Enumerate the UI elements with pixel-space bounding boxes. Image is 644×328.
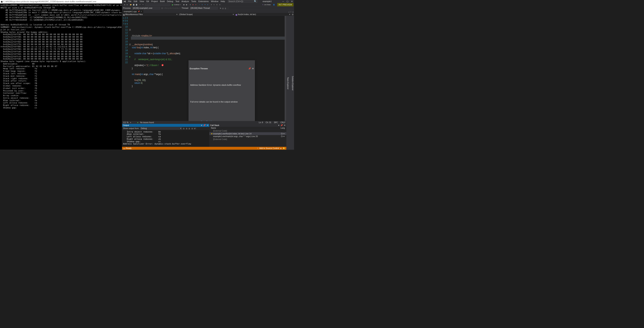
source-control-up-icon[interactable]: ↑ <box>257 147 258 149</box>
open-file-icon[interactable]: 📂 <box>130 4 132 6</box>
show-next-stmt-icon[interactable]: → <box>198 4 200 6</box>
minimize-button[interactable]: ─ <box>281 0 285 3</box>
tb-icon-2[interactable]: ▦ <box>186 4 188 6</box>
maximize-button[interactable]: ▢ <box>285 0 290 3</box>
flag-icon[interactable]: ⚑ <box>220 7 221 9</box>
tab-example1-cpp[interactable]: example1.cpp 📌 ✕ <box>122 10 143 13</box>
callstack-row[interactable]: [External Code] <box>209 138 286 141</box>
tb-icon-c[interactable]: ⎘ <box>216 4 218 6</box>
tb-icon-a[interactable]: ↺ <box>210 4 212 6</box>
stack-icon[interactable]: ≣ <box>222 7 224 9</box>
thread-combo[interactable]: [35160] Main Thread <box>190 7 218 9</box>
menu-extensions[interactable]: Extensions <box>198 0 210 3</box>
output-body[interactable]: Intra object redzone: bb ASan internal: … <box>122 130 209 147</box>
close-icon[interactable]: ✕ <box>284 124 286 126</box>
output-ic3[interactable]: ≣ <box>188 127 190 129</box>
tb-icon-1[interactable]: ▦ <box>183 4 185 6</box>
nav-back-icon[interactable]: ◄ <box>124 4 126 6</box>
exception-title: Exception Thrown <box>190 67 208 70</box>
live-share-label[interactable]: Live Share <box>264 4 271 5</box>
chevron-down-icon[interactable]: ▾ <box>278 124 279 126</box>
fullscreen-icon[interactable]: ⛶ <box>290 11 292 13</box>
stack-icon-2[interactable]: ≣ <box>224 7 226 9</box>
close-icon[interactable]: ✕ <box>141 10 142 12</box>
live-share-icon[interactable]: ⇪ <box>262 4 263 5</box>
menu-tools[interactable]: Tools <box>190 0 197 3</box>
search-input[interactable]: Search (Ctrl+Q) 🔍 <box>228 0 258 3</box>
menu-git[interactable]: Git <box>145 0 150 3</box>
word-wrap-icon[interactable]: ↩ <box>194 127 196 129</box>
callstack-row[interactable]: [External Code] <box>209 129 286 132</box>
gear-icon[interactable]: ⚙ <box>292 11 294 13</box>
col-name[interactable]: Name <box>211 127 216 129</box>
solution-explorer-tab[interactable]: Solution Explorer <box>291 75 294 91</box>
zoom-level[interactable]: 111 % <box>123 121 128 123</box>
stack-icon-3[interactable]: ⋮ <box>227 7 228 9</box>
menu-help[interactable]: Help <box>220 0 226 3</box>
close-button[interactable]: ✕ <box>290 0 294 3</box>
tab-dropdown-icon[interactable]: ▾ <box>288 11 289 13</box>
console-titlebar[interactable]: C:\ C:\MSDN\cpp-docs-pr\docs\c-language\… <box>0 0 122 3</box>
chevron-down-icon[interactable]: ▾ <box>201 124 202 126</box>
step-out-icon[interactable]: ↥ <box>207 4 209 6</box>
output-ic4[interactable]: ≣ <box>191 127 193 129</box>
continue-button[interactable]: ▶ Continue ▾ <box>171 3 181 6</box>
callstack-row[interactable]: ➤ example1.exe!foo(int index, int len) L… <box>209 132 286 135</box>
break-all-icon[interactable]: ⏸ <box>189 4 191 6</box>
add-source-control[interactable]: Add to Source Control <box>259 147 279 149</box>
stop-debug-icon[interactable]: ■ <box>192 4 194 6</box>
nav-forward-icon[interactable]: ► <box>126 4 128 6</box>
pin-icon[interactable]: 📌 <box>203 124 206 126</box>
redo-icon[interactable]: ↷ <box>142 4 144 6</box>
menu-test[interactable]: Test <box>174 0 180 3</box>
menu-build[interactable]: Build <box>159 0 166 3</box>
undo-icon[interactable]: ↶ <box>139 4 141 6</box>
restart-icon[interactable]: ⟳ <box>195 4 197 6</box>
menu-debug[interactable]: Debug <box>166 0 174 3</box>
output-ic2[interactable]: ≣ <box>186 127 188 129</box>
feedback-icon[interactable]: 👤 <box>273 4 275 5</box>
menu-file[interactable]: File <box>127 0 132 3</box>
split-icon[interactable]: ⊞ <box>291 13 294 15</box>
code-editor[interactable]: 1 2 3 4 5 6 7 8 9 10 11 12 13 14 15 16 1… <box>122 16 286 121</box>
lifecycle-events: ▦ Lifecycle Events ▾ <box>161 7 180 9</box>
tb-icon-b[interactable]: ⎋ <box>213 4 215 6</box>
notifications-icon[interactable]: 🔔 <box>283 147 285 149</box>
close-icon[interactable]: ✕ <box>207 124 208 126</box>
copy-details-link[interactable]: Copy Details <box>201 120 212 121</box>
chevron-down-icon: ▾ <box>233 13 234 15</box>
tb-icon-d[interactable]: ⎙ <box>218 4 221 6</box>
menu-project[interactable]: Project <box>150 0 159 3</box>
callstack-row[interactable]: example1.exe!main(int argc, char * * arg… <box>209 135 286 138</box>
step-over-icon[interactable]: ↷ <box>204 4 206 6</box>
chevron-down-icon[interactable]: ▾ <box>180 4 181 5</box>
menu-window[interactable]: Window <box>210 0 220 3</box>
nav-project-combo[interactable]: ▤ Miscellaneous Files ▾ <box>122 13 178 16</box>
status-bar: ▭ Ready ↑ Add to Source Control ▴ 🔔 <box>122 147 286 150</box>
editor-scrollbar[interactable] <box>284 16 286 121</box>
nav-scope-combo[interactable]: (Global Scope) ▾ <box>178 13 235 16</box>
fold-margin[interactable]: ⊟ ⊟ <box>129 16 131 121</box>
menu-analyze[interactable]: Analyze <box>180 0 190 3</box>
save-all-icon[interactable]: 💾 <box>136 4 138 6</box>
nav-member-combo[interactable]: ◧ foo(int index, int len) ▾ <box>235 13 291 16</box>
close-icon[interactable]: ✕ <box>252 67 254 70</box>
pin-icon[interactable]: 📌 <box>280 124 283 126</box>
callstack-body[interactable]: [External Code] ➤ example1.exe!foo(int i… <box>209 129 286 147</box>
output-ic1[interactable]: ≣ <box>183 127 185 129</box>
col-lang[interactable]: Lang <box>280 127 285 129</box>
code-content[interactable]: ➤ #include <malloc.h> __declspec(noinlin… <box>131 16 284 121</box>
pin-icon[interactable]: 📌 <box>248 67 251 70</box>
method-icon: ◧ <box>236 13 237 15</box>
save-icon[interactable]: 💾 <box>132 4 135 6</box>
pin-icon[interactable]: 📌 <box>138 10 140 12</box>
step-into-icon[interactable]: ↧ <box>201 4 203 6</box>
menu-edit[interactable]: Edit <box>132 0 138 3</box>
solution-config-combo[interactable] <box>146 3 170 6</box>
output-source-combo[interactable]: Debug▾ <box>140 127 182 129</box>
menu-view[interactable]: View <box>138 0 145 3</box>
status-icon: ▭ <box>123 148 125 149</box>
process-combo[interactable]: [4136] example1.exe <box>132 7 160 9</box>
chevron-up-icon[interactable]: ▴ <box>280 147 281 149</box>
team-explorer-tab[interactable]: Team Explorer <box>286 76 290 90</box>
